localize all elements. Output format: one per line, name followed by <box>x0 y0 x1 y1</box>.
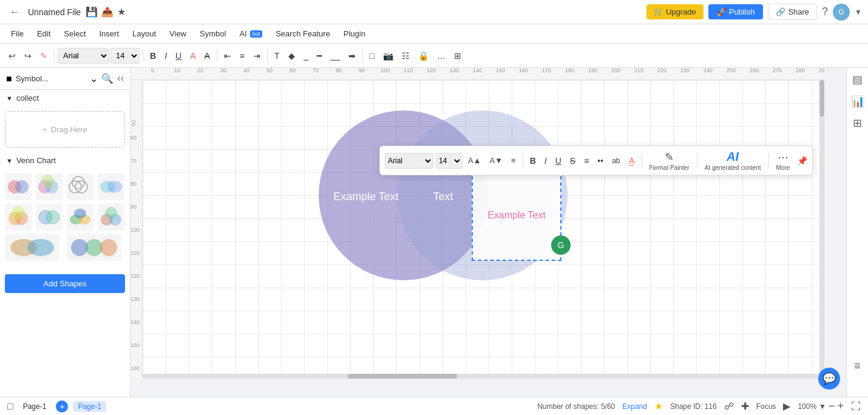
ft-more-group[interactable]: ⋯ More <box>773 149 794 172</box>
right-panel-grid-icon[interactable]: ⊞ <box>853 116 862 130</box>
zoom-out-button[interactable]: − <box>829 400 835 413</box>
section-collect[interactable]: ▼ collect <box>0 90 130 106</box>
right-panel-style-icon[interactable]: ▤ <box>852 73 863 86</box>
ft-decrease-size-button[interactable]: A▼ <box>487 154 506 167</box>
focus-icon[interactable]: ✚ <box>741 400 749 412</box>
underline-button[interactable]: U <box>172 49 185 63</box>
menu-select[interactable]: Select <box>58 27 92 41</box>
ft-increase-size-button[interactable]: A▲ <box>465 154 484 167</box>
canvas-area[interactable]: 0 10 20 30 40 50 60 70 80 90 100 110 120… <box>131 68 846 397</box>
right-panel-bottom-icon[interactable]: ≡ <box>854 360 861 373</box>
menu-layout[interactable]: Layout <box>126 27 162 41</box>
vertical-scrollbar[interactable] <box>819 80 824 379</box>
publish-button[interactable]: 🚀 Publish <box>708 4 764 19</box>
line-style-button[interactable]: ━ <box>313 49 325 63</box>
undo-button[interactable]: ↩ <box>5 49 19 63</box>
format-painter-toolbar-button[interactable]: ✎ <box>36 49 51 63</box>
venn-shape-1[interactable] <box>5 174 32 200</box>
page-active-tab[interactable]: Page-1 <box>73 401 106 412</box>
more-tb-button[interactable]: … <box>433 49 449 63</box>
share-button[interactable]: 🔗 Share <box>768 4 817 20</box>
ft-align-button[interactable]: ≡ <box>508 154 519 167</box>
strikethrough-button[interactable]: A <box>200 49 213 63</box>
export-icon[interactable]: 📤 <box>101 6 114 18</box>
line-color-button[interactable]: ⎯ <box>300 49 312 63</box>
ft-pin-icon[interactable]: 📌 <box>797 156 807 166</box>
selected-text-box[interactable]: Example Text <box>472 170 561 261</box>
menu-plugin[interactable]: Plugin <box>337 27 371 41</box>
align-left-button[interactable]: ⇤ <box>220 49 235 63</box>
align-right-button[interactable]: ⇥ <box>249 49 264 63</box>
collapse-icon[interactable]: ‹‹ <box>117 73 124 84</box>
canvas-content[interactable]: Example Text Text Example Text G Arial <box>143 80 824 379</box>
ft-list-button[interactable]: ≡ <box>581 154 592 168</box>
horizontal-scrollbar-thumb[interactable] <box>348 374 457 379</box>
right-panel-data-icon[interactable]: 📊 <box>851 95 864 108</box>
shape-button[interactable]: □ <box>366 49 378 63</box>
add-shapes-button[interactable]: Add Shapes <box>5 274 125 293</box>
group-button[interactable]: ☷ <box>398 49 413 63</box>
font-size-select[interactable]: 14 <box>110 48 140 64</box>
image-button[interactable]: 📷 <box>379 49 397 63</box>
text-style-button[interactable]: T <box>271 49 283 63</box>
venn-shape-10[interactable] <box>67 234 121 261</box>
vertical-scrollbar-thumb[interactable] <box>819 80 824 116</box>
ft-underline-button[interactable]: U <box>552 154 565 168</box>
bold-button[interactable]: B <box>146 49 160 63</box>
venn-shape-6[interactable] <box>36 204 63 231</box>
venn-shape-8[interactable] <box>98 204 124 231</box>
venn-shape-4[interactable] <box>98 174 124 200</box>
fullscreen-icon[interactable]: ⛶ <box>851 401 861 412</box>
font-family-select[interactable]: Arial <box>58 48 109 64</box>
menu-insert[interactable]: Insert <box>93 27 126 41</box>
search-icon[interactable]: 🔍 <box>101 73 114 84</box>
account-chevron-icon[interactable]: ▼ <box>855 8 862 16</box>
page-inactive-label[interactable]: Page-1 <box>18 401 52 412</box>
ft-text-color-button[interactable]: A̲ <box>626 154 638 168</box>
horizontal-scrollbar[interactable] <box>143 374 824 379</box>
menu-search-feature[interactable]: Search Feature <box>270 27 336 41</box>
line-type-button[interactable]: ⎯⎯ <box>327 49 344 63</box>
star-icon[interactable]: ★ <box>117 6 126 18</box>
layers-icon[interactable]: ☍ <box>724 400 734 412</box>
fill-button[interactable]: ◆ <box>285 49 299 63</box>
play-icon[interactable]: ▶ <box>783 400 790 412</box>
upgrade-button[interactable]: 🛒 Upgrade <box>646 4 704 19</box>
venn-shape-7[interactable] <box>67 204 93 231</box>
ft-strikethrough-button[interactable]: S <box>567 154 578 168</box>
focus-label[interactable]: Focus <box>756 402 776 411</box>
page-view-icon[interactable]: □ <box>7 401 13 412</box>
italic-button[interactable]: I <box>161 49 171 63</box>
canvas-grid[interactable]: Example Text Text Example Text G Arial <box>143 80 824 379</box>
menu-view[interactable]: View <box>163 27 192 41</box>
menu-ai[interactable]: AI hot <box>233 27 268 41</box>
expand-link[interactable]: Expand <box>622 402 647 411</box>
ft-font-select[interactable]: Arial <box>385 153 433 169</box>
zoom-chevron-icon[interactable]: ▼ <box>819 402 826 411</box>
venn-shape-3[interactable] <box>67 174 93 200</box>
sidebar-expand-icon[interactable]: ⌄ <box>90 73 98 84</box>
lock-button[interactable]: 🔒 <box>415 49 432 63</box>
align-center-button[interactable]: ≡ <box>236 49 248 63</box>
venn-shape-5[interactable] <box>5 204 32 231</box>
ft-ai-group[interactable]: AI AI generated content <box>701 149 765 172</box>
save-icon[interactable]: 💾 <box>86 6 98 18</box>
ft-case-button[interactable]: ab <box>609 154 623 167</box>
line-end-button[interactable]: ➡ <box>345 49 359 63</box>
menu-file[interactable]: File <box>5 27 30 41</box>
help-icon[interactable]: ? <box>822 5 828 18</box>
ft-bold-button[interactable]: B <box>527 154 539 168</box>
menu-edit[interactable]: Edit <box>31 27 56 41</box>
ft-format-painter-group[interactable]: ✎ Format Painter <box>646 149 693 172</box>
back-button[interactable]: ← <box>6 4 23 20</box>
ft-bullet-button[interactable]: •• <box>594 154 606 168</box>
table-button[interactable]: ⊞ <box>450 49 465 63</box>
ft-italic-button[interactable]: I <box>541 154 550 168</box>
venn-shape-2[interactable] <box>36 174 63 200</box>
redo-button[interactable]: ↪ <box>21 49 35 63</box>
zoom-in-button[interactable]: + <box>837 400 844 413</box>
avatar[interactable]: G <box>833 4 850 21</box>
add-page-button[interactable]: + <box>56 400 68 413</box>
chat-bubble[interactable]: 💬 <box>818 368 840 390</box>
menu-symbol[interactable]: Symbol <box>194 27 232 41</box>
